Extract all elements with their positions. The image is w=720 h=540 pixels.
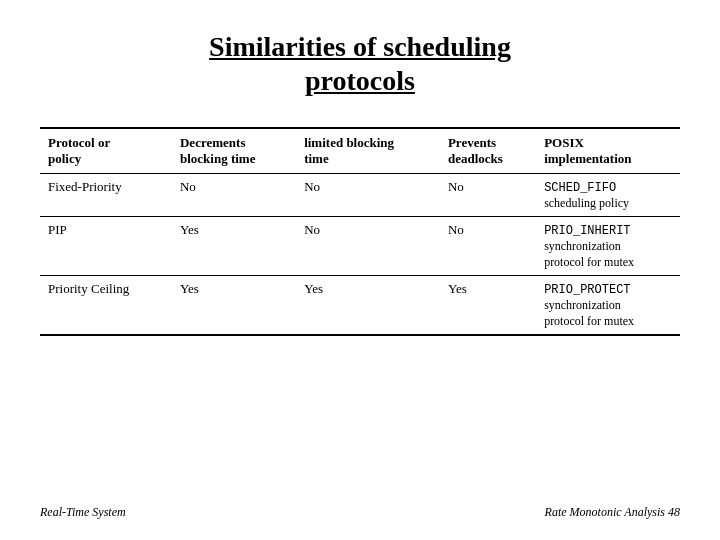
footer-left: Real-Time System: [40, 505, 126, 520]
title-line2: protocols: [305, 65, 415, 96]
posix-main-1: SCHED_FIFO: [544, 181, 616, 195]
col-header-limited: limited blockingtime: [296, 128, 440, 174]
title-area: Similarities of scheduling protocols: [40, 20, 680, 97]
cell-decrements-2: Yes: [172, 217, 296, 276]
cell-decrements-1: No: [172, 174, 296, 217]
col-header-posix: POSIXimplementation: [536, 128, 680, 174]
cell-posix-2: PRIO_INHERIT synchronizationprotocol for…: [536, 217, 680, 276]
cell-prevents-3: Yes: [440, 276, 536, 336]
footer: Real-Time System Rate Monotonic Analysis…: [40, 505, 680, 520]
cell-limited-1: No: [296, 174, 440, 217]
page-title: Similarities of scheduling protocols: [40, 30, 680, 97]
cell-decrements-3: Yes: [172, 276, 296, 336]
table-row: PIP Yes No No PRIO_INHERIT synchronizati…: [40, 217, 680, 276]
comparison-table: Protocol orpolicy Decrementsblocking tim…: [40, 127, 680, 336]
page: Similarities of scheduling protocols Pro…: [0, 0, 720, 540]
title-line1: Similarities of scheduling: [209, 31, 511, 62]
cell-posix-3: PRIO_PROTECT synchronizationprotocol for…: [536, 276, 680, 336]
cell-posix-1: SCHED_FIFO scheduling policy: [536, 174, 680, 217]
table-row: Fixed-Priority No No No SCHED_FIFO sched…: [40, 174, 680, 217]
col-header-protocol: Protocol orpolicy: [40, 128, 172, 174]
cell-policy-1: Fixed-Priority: [40, 174, 172, 217]
cell-limited-2: No: [296, 217, 440, 276]
table-container: Protocol orpolicy Decrementsblocking tim…: [40, 127, 680, 495]
col-header-prevents: Preventsdeadlocks: [440, 128, 536, 174]
posix-sub-2: synchronizationprotocol for mutex: [544, 239, 634, 269]
cell-prevents-1: No: [440, 174, 536, 217]
posix-main-2: PRIO_INHERIT: [544, 224, 630, 238]
posix-sub-1: scheduling policy: [544, 196, 629, 210]
footer-right: Rate Monotonic Analysis 48: [545, 505, 680, 520]
cell-policy-3: Priority Ceiling: [40, 276, 172, 336]
table-row: Priority Ceiling Yes Yes Yes PRIO_PROTEC…: [40, 276, 680, 336]
posix-sub-3: synchronizationprotocol for mutex: [544, 298, 634, 328]
cell-limited-3: Yes: [296, 276, 440, 336]
table-header-row: Protocol orpolicy Decrementsblocking tim…: [40, 128, 680, 174]
cell-policy-2: PIP: [40, 217, 172, 276]
cell-prevents-2: No: [440, 217, 536, 276]
col-header-decrements: Decrementsblocking time: [172, 128, 296, 174]
posix-main-3: PRIO_PROTECT: [544, 283, 630, 297]
